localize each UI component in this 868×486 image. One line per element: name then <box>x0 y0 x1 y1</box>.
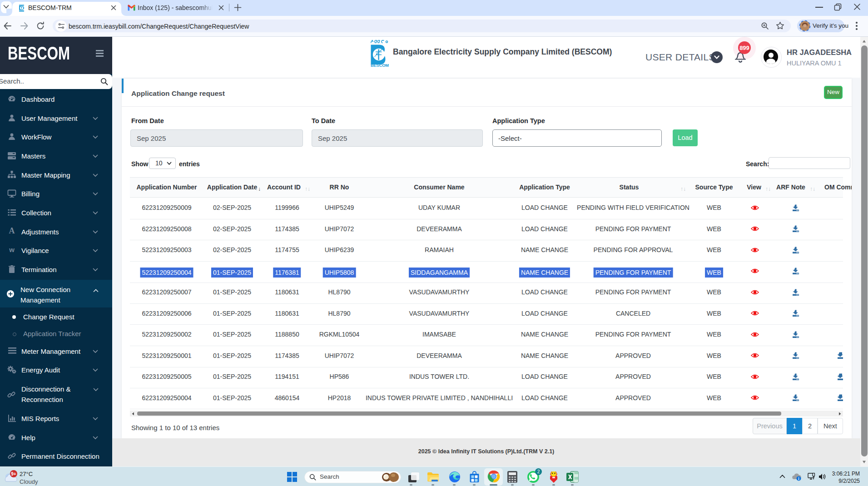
svg-text:BESCOM: BESCOM <box>371 63 389 68</box>
